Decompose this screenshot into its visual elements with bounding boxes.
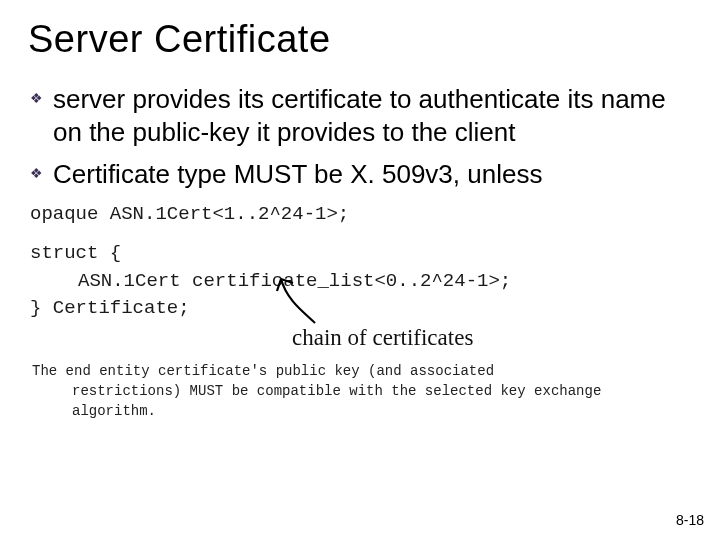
code-blank [30, 228, 692, 240]
page-title: Server Certificate [28, 18, 692, 61]
annotation-label: chain of certificates [292, 321, 473, 354]
bullet-list: ❖ server provides its certificate to aut… [28, 83, 692, 191]
bullet-text: Certificate type MUST be X. 509v3, unles… [53, 158, 542, 191]
bullet-item: ❖ Certificate type MUST be X. 509v3, unl… [28, 158, 692, 191]
bullet-item: ❖ server provides its certificate to aut… [28, 83, 692, 148]
code-line: } Certificate; [30, 295, 692, 323]
footnote-line: restrictions) MUST be compatible with th… [72, 381, 692, 401]
footnote: The end entity certificate's public key … [32, 361, 692, 422]
footnote-line: algorithm. [72, 401, 692, 421]
code-line: struct { [30, 240, 692, 268]
code-line: opaque ASN.1Cert<1..2^24-1>; [30, 201, 692, 229]
slide: Server Certificate ❖ server provides its… [0, 0, 720, 540]
code-line: ASN.1Cert certificate_list<0..2^24-1>; [78, 268, 692, 296]
code-block: opaque ASN.1Cert<1..2^24-1>; struct { AS… [30, 201, 692, 422]
page-number: 8-18 [676, 512, 704, 528]
footnote-line: The end entity certificate's public key … [32, 361, 692, 381]
diamond-bullet-icon: ❖ [30, 91, 43, 105]
bullet-text: server provides its certificate to authe… [53, 83, 692, 148]
diamond-bullet-icon: ❖ [30, 166, 43, 180]
